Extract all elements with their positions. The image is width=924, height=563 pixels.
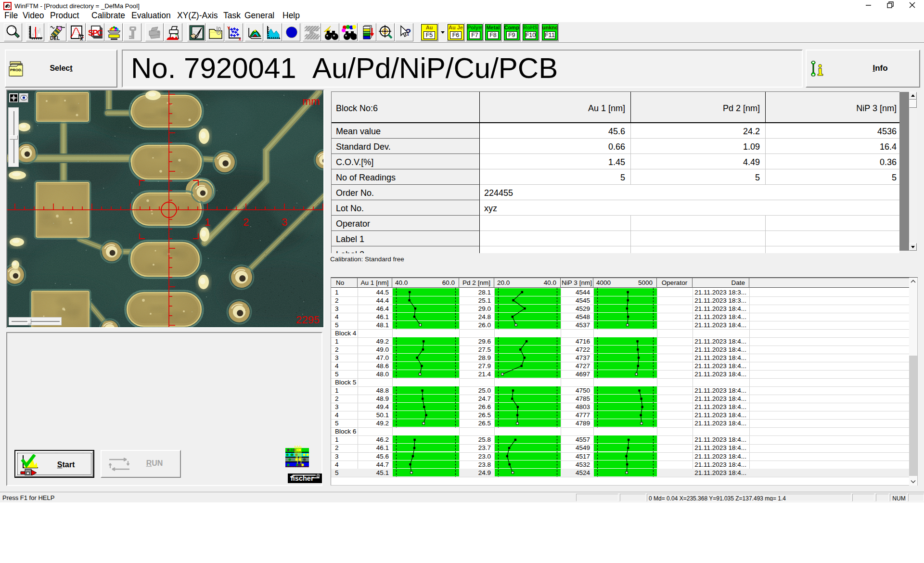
svg-text:DEL: DEL (50, 36, 60, 40)
svg-text:x: x (239, 37, 241, 40)
svg-text:Y: Y (227, 26, 230, 30)
svg-text:SPC: SPC (88, 28, 103, 38)
svg-text:2: 2 (243, 216, 249, 228)
svg-text:?: ? (405, 27, 411, 38)
svg-text:3: 3 (282, 216, 287, 228)
svg-text:1: 1 (205, 216, 210, 228)
svg-text:x: x (80, 36, 83, 40)
svg-text:mm: mm (302, 95, 320, 107)
svg-text:2295: 2295 (296, 314, 320, 326)
svg-text:fischer: fischer (291, 474, 314, 482)
